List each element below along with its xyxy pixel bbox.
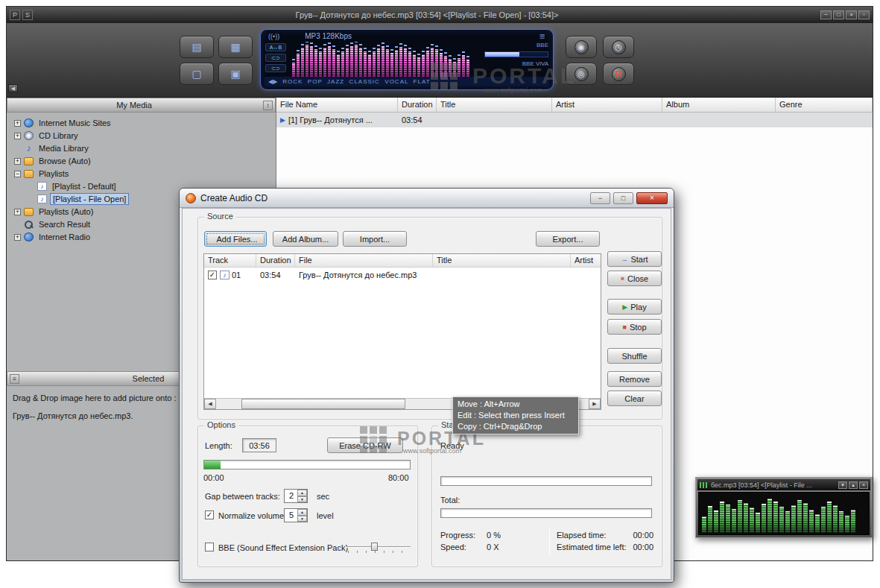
track-row[interactable]: ✓ ♪ 01 03:54 Грув-- Дотянутся до небес.m… [204, 268, 601, 282]
browser-view-button[interactable]: ▢ [180, 63, 214, 85]
minimize-button[interactable]: − [820, 10, 832, 19]
tree-item-playlists-auto[interactable]: + Playlists (Auto) [14, 206, 95, 218]
gap-spinner[interactable]: 2 ▲▼ [284, 489, 308, 503]
spectrum-bar [744, 503, 748, 533]
capture-button[interactable]: ◎ [566, 63, 597, 85]
lcd-display: ((•)) MP3 128Kbps ≣ A↔B ⊂⊃ ⊂⊃ BBE BBE Vi… [260, 29, 554, 90]
spectrum-bar [440, 53, 443, 78]
ab-repeat-button[interactable]: A↔B [265, 43, 286, 51]
dialog-maximize-button[interactable]: □ [613, 192, 633, 204]
column-header-artist[interactable]: Artist [571, 254, 601, 267]
dialog-titlebar[interactable]: Create Audio CD − □ × [180, 189, 674, 208]
spin-down-icon[interactable]: ▼ [297, 496, 307, 503]
add-album-button[interactable]: Add Album... [273, 231, 338, 247]
column-header-artist[interactable]: Artist [552, 98, 662, 112]
expander-icon[interactable]: + [14, 234, 21, 241]
expander-icon[interactable]: + [14, 158, 21, 165]
tree-item-search-result[interactable]: Search Result [14, 218, 92, 230]
spectrum-bar [453, 62, 456, 78]
slider-thumb[interactable] [371, 543, 378, 551]
create-audio-cd-dialog: Create Audio CD − □ × Source Add Files..… [179, 188, 674, 583]
mini-up-button[interactable]: ▴ [849, 481, 858, 489]
normalize-unit: level [317, 511, 334, 520]
start-button[interactable]: → Start [607, 251, 662, 267]
close-dialog-button[interactable]: × Close [607, 271, 662, 286]
speaker-button[interactable]: ◉ [566, 36, 597, 58]
preset-right-icon[interactable]: ▶ [273, 78, 277, 85]
speaker-icon: ◉ [574, 40, 589, 54]
column-header-duration[interactable]: Duration [256, 254, 295, 267]
track-file-icon: ♪ [220, 271, 230, 279]
tree-item-internet-music-sites[interactable]: + ♪ Internet Music Sites [14, 117, 113, 129]
column-header-duration[interactable]: Duration [398, 98, 437, 112]
tree-item-internet-radio[interactable]: + Internet Radio [14, 231, 92, 243]
tree-item-playlist-default[interactable]: ♪ [Playlist - Default] [28, 180, 118, 192]
add-files-button[interactable]: Add Files... [204, 231, 267, 247]
column-header-file-name[interactable]: File Name [276, 98, 398, 112]
shade-button[interactable]: ▫ [858, 10, 870, 19]
tree-item-media-library[interactable]: ♪ Media Library [14, 142, 91, 154]
maximize-button[interactable]: □ [833, 10, 844, 19]
timer-button[interactable]: ◷ [603, 36, 634, 58]
stop-button[interactable]: ■ Stop [607, 319, 662, 335]
spin-up-icon[interactable]: ▲ [297, 490, 307, 496]
record-button[interactable]: R [603, 63, 634, 85]
column-header-title[interactable]: Title [433, 254, 571, 267]
bbe-checkbox[interactable] [205, 543, 214, 551]
selected-panel-icon[interactable]: ≡ [10, 374, 19, 384]
normalize-spinner[interactable]: 5 ▲▼ [284, 508, 308, 522]
close-button[interactable]: × [846, 10, 857, 19]
spectrum-bar [827, 502, 832, 533]
expander-icon[interactable]: + [14, 209, 21, 215]
mini-close-button[interactable]: × [859, 481, 868, 489]
preset-strip[interactable]: ◀ ▶ ROCK POP JAZZ CLASSIC VOCAL FLAT [265, 77, 549, 86]
column-header-album[interactable]: Album [662, 98, 776, 112]
repeat-button[interactable]: ⊂⊃ [265, 54, 286, 62]
shuffle-button[interactable]: Shuffle [607, 348, 662, 364]
scrollbar-thumb[interactable] [241, 399, 405, 409]
spin-up-icon[interactable]: ▲ [297, 509, 307, 516]
column-header-title[interactable]: Title [437, 98, 552, 112]
spectrum-bar [803, 503, 808, 533]
expander-icon[interactable]: + [14, 120, 21, 127]
import-button[interactable]: Import... [343, 231, 407, 247]
device-view-button[interactable]: ▣ [218, 63, 253, 85]
tree-item-playlist-file-open[interactable]: ♪ [Playlist - File Open] [28, 193, 129, 205]
spin-down-icon[interactable]: ▼ [297, 516, 307, 522]
export-button[interactable]: Export... [536, 231, 600, 247]
column-header-track[interactable]: Track [204, 254, 256, 267]
shuffle-mode-button[interactable]: ⊂⊃ [265, 64, 286, 72]
expander-icon[interactable]: − [14, 171, 21, 177]
remove-button[interactable]: Remove [607, 371, 662, 387]
play-button[interactable]: ▶ Play [607, 299, 662, 314]
tree-item-playlists[interactable]: − Playlists [14, 168, 71, 180]
scroll-right-button[interactable]: ▶ [589, 399, 601, 409]
seek-bar[interactable] [484, 51, 548, 57]
erase-cdrw-label: Erase CD-RW [339, 441, 390, 450]
expander-icon[interactable]: + [14, 133, 21, 139]
dialog-close-button[interactable]: × [636, 192, 668, 204]
track-checkbox[interactable]: ✓ [208, 271, 217, 279]
dialog-minimize-button[interactable]: − [590, 192, 610, 204]
mini-player-titlebar[interactable]: бес.mp3 [03:54] <[Playlist - File ... ▾ … [697, 479, 870, 490]
playlist-row[interactable]: ▶ [1] Грув-- Дотянутся ... 03:54 [276, 113, 873, 127]
normalize-checkbox[interactable]: ✓ [205, 510, 214, 519]
clear-button[interactable]: Clear [607, 391, 662, 406]
sort-icon[interactable]: ↕ [263, 101, 273, 110]
eq-icon: ≣ [539, 32, 545, 40]
column-header-file[interactable]: File [295, 254, 433, 267]
column-header-genre[interactable]: Genre [776, 98, 873, 112]
panel-collapse-button[interactable]: ◀ [8, 84, 18, 92]
add-files-label: Add Files... [216, 235, 257, 244]
app-icon-p[interactable]: P [10, 10, 20, 20]
tree-item-cd-library[interactable]: + CD Library [14, 130, 80, 142]
mini-down-button[interactable]: ▾ [838, 481, 847, 489]
tree-item-browse-auto[interactable]: + Browse (Auto) [14, 155, 93, 167]
bbe-slider[interactable] [346, 542, 411, 553]
stop-label: Stop [630, 323, 647, 332]
scroll-left-button[interactable]: ◀ [204, 399, 216, 409]
erase-cdrw-button[interactable]: Erase CD-RW [327, 437, 403, 453]
app-icon-s[interactable]: S [22, 10, 33, 20]
media-center-button[interactable]: ▤ [180, 36, 214, 58]
playlist-view-button[interactable]: ▦ [218, 36, 253, 58]
